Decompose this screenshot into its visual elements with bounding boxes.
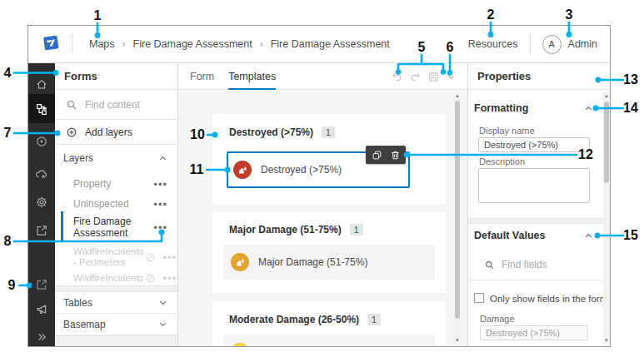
forms-panel-title: Forms — [55, 63, 177, 90]
callout-14: 14 — [623, 101, 638, 116]
breadcrumb-map-name[interactable]: Fire Damage Assessment — [133, 38, 252, 50]
callout-4: 4 — [4, 66, 12, 81]
chevron-up-icon — [584, 104, 593, 113]
expand-icon[interactable] — [28, 323, 55, 351]
prohibit-icon — [145, 252, 156, 263]
template-group-destroyed: Destroyed (>75%) 1 Destroyed (>75%) — [212, 114, 446, 204]
burning-house-icon — [231, 253, 249, 271]
template-count-badge: 1 — [322, 126, 335, 138]
chevron-up-icon — [584, 231, 593, 240]
scroll-down-icon[interactable]: ▼ — [603, 337, 610, 344]
scrollbar-thumb[interactable] — [455, 101, 460, 319]
app-window: Maps › Fire Damage Assessment › Fire Dam… — [27, 25, 611, 347]
scroll-down-icon[interactable]: ▼ — [454, 337, 461, 344]
divider — [468, 280, 603, 280]
layers-section-label: Layers — [63, 152, 93, 164]
redo-icon[interactable] — [409, 71, 422, 83]
add-layers-label: Add layers — [85, 126, 132, 138]
breadcrumb-form-name: Fire Damage Assessment — [271, 38, 390, 50]
callout-9: 9 — [8, 278, 16, 293]
app-logo — [42, 33, 61, 56]
formatting-section-label: Formatting — [474, 102, 528, 114]
resources-link[interactable]: Resources — [468, 38, 518, 50]
avatar[interactable]: A — [542, 35, 562, 54]
only-show-fields-checkbox[interactable] — [474, 293, 484, 303]
editor-tabs: Form Templates — [178, 63, 467, 90]
settings-icon[interactable] — [28, 188, 55, 216]
basemap-section-header[interactable]: Basemap — [55, 314, 177, 335]
properties-panel-title: Properties — [468, 63, 610, 90]
add-layers-button[interactable]: Add layers — [55, 120, 177, 145]
geofences-icon[interactable] — [28, 127, 55, 156]
search-icon — [484, 260, 495, 270]
description-input[interactable] — [478, 168, 590, 203]
properties-scrollbar[interactable]: ▲ ▼ — [603, 92, 610, 344]
scroll-up-icon[interactable]: ▲ — [454, 92, 461, 99]
forms-icon[interactable] — [28, 94, 55, 123]
delete-icon[interactable] — [390, 150, 401, 161]
save-icon[interactable] — [427, 71, 440, 83]
sharing-icon[interactable] — [28, 216, 55, 245]
layer-options-icon[interactable]: ••• — [153, 221, 167, 234]
layer-row-property[interactable]: Property ••• — [55, 174, 177, 194]
tab-templates[interactable]: Templates — [228, 63, 276, 90]
callout-15: 15 — [623, 228, 638, 243]
forms-panel: Forms Find content Add layers Layers — [55, 63, 178, 346]
section-gap — [468, 218, 610, 224]
display-name-input[interactable] — [478, 137, 590, 152]
formatting-section-header[interactable]: Formatting — [468, 100, 610, 117]
burning-house-icon — [231, 343, 249, 346]
annotated-screenshot: Maps › Fire Damage Assessment › Fire Dam… — [0, 0, 644, 352]
template-item-label: Major Damage (51-75%) — [258, 256, 367, 268]
breadcrumb-maps[interactable]: Maps — [89, 38, 115, 50]
display-name-label: Display name — [479, 126, 535, 136]
tables-section-label: Tables — [63, 297, 92, 309]
tab-form[interactable]: Form — [190, 63, 214, 90]
tables-section-header[interactable]: Tables — [55, 292, 177, 314]
offline-icon[interactable] — [28, 160, 55, 188]
layer-options-icon[interactable]: ••• — [162, 251, 177, 264]
layer-row-wildfire-perimeters[interactable]: WildfireIncidents - Perimeters ••• — [55, 245, 177, 270]
callout-7: 7 — [4, 126, 12, 141]
layer-name: WildfireIncidents - Perimeters — [73, 246, 143, 268]
layer-options-icon[interactable]: ••• — [153, 198, 167, 211]
layers-section-header[interactable]: Layers — [55, 145, 177, 171]
template-group-title: Moderate Damage (26-50%) — [229, 314, 359, 325]
header-divider — [72, 35, 72, 53]
damage-field-value — [480, 325, 588, 340]
layer-options-icon[interactable]: ••• — [153, 178, 167, 191]
search-placeholder: Find content — [85, 99, 140, 111]
template-item-label: Destroyed (>75%) — [261, 164, 342, 176]
search-icon — [66, 99, 77, 111]
left-toolbar — [28, 63, 55, 346]
chevron-right-icon: › — [260, 38, 263, 50]
open-app-icon[interactable] — [28, 270, 55, 299]
find-content-search[interactable]: Find content — [55, 90, 177, 120]
duplicate-icon[interactable] — [372, 150, 382, 161]
default-values-section-header[interactable]: Default Values — [468, 227, 610, 244]
user-menu[interactable]: Admin — [568, 38, 597, 50]
find-fields-search[interactable]: Find fields — [468, 255, 610, 274]
layer-row-fire-damage-assessment[interactable]: Fire Damage Assessment ••• — [55, 211, 177, 243]
callout-13: 13 — [623, 72, 638, 87]
layer-options-icon[interactable]: ••• — [162, 272, 177, 285]
template-item-moderate[interactable]: Moderate Damage (26-50%) — [223, 335, 435, 346]
template-group-title: Major Damage (51-75%) — [229, 224, 342, 235]
templates-scrollbar[interactable]: ▲ ▼ — [454, 92, 461, 344]
burning-house-icon — [233, 161, 252, 179]
template-count-badge: 1 — [350, 224, 363, 235]
prohibit-icon — [145, 273, 156, 284]
template-group-moderate: Moderate Damage (26-50%) 1 Moderate Dama… — [212, 301, 446, 346]
feedback-icon[interactable] — [28, 295, 55, 324]
scroll-up-icon[interactable]: ▲ — [603, 92, 610, 99]
chevron-down-icon[interactable] — [446, 72, 457, 82]
callout-2: 2 — [487, 7, 495, 22]
search-placeholder: Find fields — [502, 259, 547, 270]
template-group-title: Destroyed (>75%) — [229, 126, 313, 138]
template-item-major[interactable]: Major Damage (51-75%) — [223, 245, 435, 280]
description-label: Description — [479, 156, 525, 166]
default-values-section-label: Default Values — [474, 230, 545, 241]
layer-name: Fire Damage Assessment — [73, 216, 153, 239]
scrollbar-thumb[interactable] — [604, 102, 609, 183]
undo-icon[interactable] — [391, 71, 403, 83]
